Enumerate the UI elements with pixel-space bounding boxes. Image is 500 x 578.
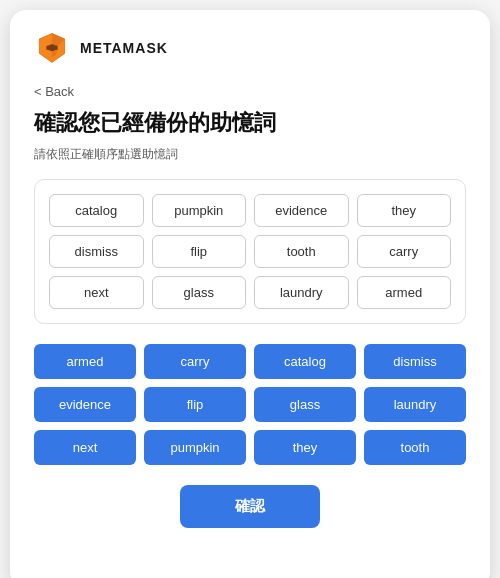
selected-word-chip[interactable]: armed [34, 344, 136, 379]
metamask-logo-icon [34, 30, 70, 66]
header: METAMASK [34, 30, 466, 66]
word-pool-chip[interactable]: carry [357, 235, 452, 268]
page-subtitle: 請依照正確順序點選助憶詞 [34, 146, 466, 163]
selected-words-grid: armedcarrycatalogdismissevidenceflipglas… [34, 344, 466, 465]
word-pool-chip[interactable]: catalog [49, 194, 144, 227]
page-title: 確認您已經備份的助憶詞 [34, 109, 466, 138]
word-pool-chip[interactable]: evidence [254, 194, 349, 227]
word-pool-chip[interactable]: tooth [254, 235, 349, 268]
selected-word-chip[interactable]: evidence [34, 387, 136, 422]
word-pool-chip[interactable]: dismiss [49, 235, 144, 268]
word-pool-chip[interactable]: armed [357, 276, 452, 309]
selected-word-chip[interactable]: glass [254, 387, 356, 422]
selected-word-chip[interactable]: flip [144, 387, 246, 422]
selected-word-chip[interactable]: dismiss [364, 344, 466, 379]
word-pool-chip[interactable]: pumpkin [152, 194, 247, 227]
word-pool-chip[interactable]: flip [152, 235, 247, 268]
selected-word-chip[interactable]: tooth [364, 430, 466, 465]
selected-word-chip[interactable]: pumpkin [144, 430, 246, 465]
word-pool-chip[interactable]: they [357, 194, 452, 227]
selected-word-chip[interactable]: laundry [364, 387, 466, 422]
back-button[interactable]: < Back [34, 84, 74, 99]
word-pool-chip[interactable]: glass [152, 276, 247, 309]
word-pool-container: catalogpumpkinevidencetheydismissfliptoo… [34, 179, 466, 324]
selected-word-chip[interactable]: carry [144, 344, 246, 379]
selected-words-container: armedcarrycatalogdismissevidenceflipglas… [34, 344, 466, 465]
word-pool-chip[interactable]: next [49, 276, 144, 309]
selected-word-chip[interactable]: catalog [254, 344, 356, 379]
selected-word-chip[interactable]: next [34, 430, 136, 465]
selected-word-chip[interactable]: they [254, 430, 356, 465]
logo-text: METAMASK [80, 40, 168, 56]
word-pool-chip[interactable]: laundry [254, 276, 349, 309]
confirm-button[interactable]: 確認 [180, 485, 320, 528]
word-pool-grid: catalogpumpkinevidencetheydismissfliptoo… [49, 194, 451, 309]
page-container: METAMASK < Back 確認您已經備份的助憶詞 請依照正確順序點選助憶詞… [10, 10, 490, 578]
